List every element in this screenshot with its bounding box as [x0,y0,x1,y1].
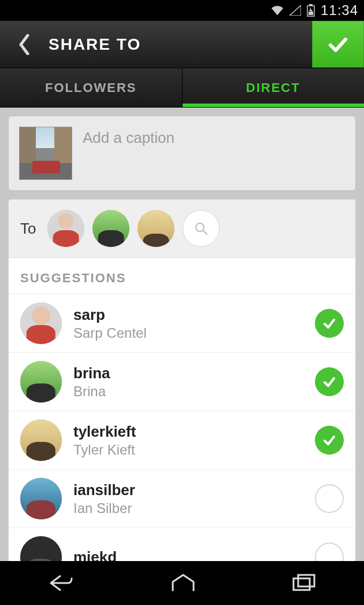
select-circle[interactable] [315,543,344,561]
photo-thumbnail[interactable] [19,127,72,180]
checkmark-icon [326,32,350,57]
svg-point-3 [196,223,204,231]
name-block: tylerkieftTyler Kieft [73,423,303,458]
share-tabs: FOLLOWERS DIRECT [0,68,364,108]
checkmark-icon [321,374,337,390]
username: iansilber [73,481,303,499]
username: brina [73,364,303,382]
suggestion-row[interactable]: sarpSarp Centel [9,294,355,353]
suggestions-list: sarpSarp CentelbrinaBrinatylerkieftTyler… [9,294,355,561]
name-block: brinaBrina [73,364,303,400]
battery-icon [307,4,315,17]
username: miekd [73,548,303,562]
suggestion-row[interactable]: iansilberIan Silber [9,470,355,528]
svg-rect-5 [294,578,310,590]
avatar [20,478,62,519]
name-block: iansilberIan Silber [73,481,303,517]
display-name: Tyler Kieft [73,442,303,458]
svg-rect-6 [298,575,314,586]
recipients-card: To SUGGESTIONS sarpSarp CentelbrinaBrina… [8,199,356,561]
recipient-chip[interactable] [92,210,129,247]
wifi-icon [271,5,284,16]
back-button[interactable] [0,21,49,68]
username: tylerkieft [73,423,303,441]
android-navbar [0,561,364,605]
tab-direct[interactable]: DIRECT [183,68,365,107]
add-recipient-search[interactable] [183,210,220,247]
checkmark-icon [321,315,337,331]
tab-followers[interactable]: FOLLOWERS [0,68,183,107]
display-name: Ian Silber [73,500,303,517]
recipient-chip[interactable] [138,210,174,247]
selected-checkmark[interactable] [315,426,344,455]
suggestion-row[interactable]: miekd [9,528,355,561]
action-bar: SHARE TO [0,21,364,68]
caption-input[interactable]: Add a caption [83,129,345,147]
avatar [20,536,62,561]
svg-rect-1 [309,4,313,6]
select-circle[interactable] [315,484,344,513]
avatar [20,302,62,344]
suggestion-row[interactable]: tylerkieftTyler Kieft [9,411,355,470]
confirm-button[interactable] [312,21,364,68]
nav-back-button[interactable] [47,574,75,592]
avatar [20,419,62,461]
suggestion-row[interactable]: brinaBrina [9,353,355,411]
checkmark-icon [321,432,337,448]
to-row: To [9,200,355,258]
selected-checkmark[interactable] [315,367,344,396]
search-icon [194,221,209,236]
svg-line-4 [203,231,207,234]
selected-checkmark[interactable] [315,309,344,338]
suggestions-header: SUGGESTIONS [9,258,355,294]
display-name: Sarp Centel [73,325,303,341]
recipient-chip[interactable] [47,210,84,247]
display-name: Brina [73,383,303,400]
chevron-left-icon [17,34,31,55]
page-title: SHARE TO [49,21,312,68]
caption-card: Add a caption [8,116,356,191]
username: sarp [73,306,303,324]
avatar [20,361,62,403]
to-label: To [20,220,36,238]
android-statusbar: 11:34 [0,0,364,21]
name-block: sarpSarp Centel [73,306,303,341]
clock-text: 11:34 [321,2,358,19]
cell-signal-icon [289,5,301,16]
nav-recents-button[interactable] [291,574,317,592]
nav-home-button[interactable] [170,574,196,592]
content-area: Add a caption To SUGGESTIONS sarpSarp [0,108,364,561]
name-block: miekd [73,548,303,562]
